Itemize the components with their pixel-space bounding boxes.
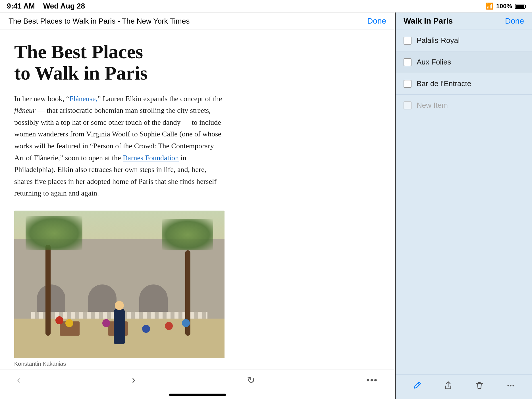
sidebar-title: Walk In Paris <box>404 16 453 26</box>
new-item-checkbox <box>404 101 412 109</box>
home-indicator <box>0 390 395 399</box>
status-indicators: 📶 100% <box>486 3 525 10</box>
barnes-foundation-link[interactable]: Barnes Foundation <box>123 154 179 162</box>
article-content: The Best Places to Walk in Paris In her … <box>0 30 395 369</box>
article-illustration <box>14 211 225 358</box>
checkbox-bar-entracte[interactable] <box>404 80 412 88</box>
svg-point-0 <box>508 385 509 386</box>
article-body-text: In her new book, “Flâneuse,” Lauren Elki… <box>14 93 225 199</box>
trash-icon <box>475 381 484 390</box>
sidebar-list: Palalis-Royal Aux Folies Bar de l’Entrac… <box>396 30 532 374</box>
reload-button[interactable]: ↻ <box>247 374 255 386</box>
battery-percent: 100% <box>496 3 512 10</box>
status-time-date: 9:41 AM Wed Aug 28 <box>7 2 85 11</box>
status-time: 9:41 AM <box>7 2 35 10</box>
svg-point-1 <box>510 385 512 386</box>
flaneuse-link[interactable]: Flâneuse, <box>69 95 97 103</box>
item-label-bar-entracte: Bar de l’Entracte <box>417 79 471 88</box>
status-bar: 9:41 AM Wed Aug 28 📶 100% <box>0 0 532 13</box>
sidebar-done-button[interactable]: Done <box>505 16 524 26</box>
draw-icon <box>412 381 422 390</box>
article-header-title: The Best Places to Walk in Paris - The N… <box>9 17 190 26</box>
checkbox-palais-royal[interactable] <box>404 37 412 45</box>
draw-button[interactable] <box>408 379 426 395</box>
sidebar-footer <box>396 374 532 399</box>
article-footer: ‹ › ↻ ••• <box>0 369 395 390</box>
more-icon <box>506 381 516 390</box>
item-label-aux-folies: Aux Folies <box>417 58 451 66</box>
sidebar-header: Walk In Paris Done <box>396 13 532 30</box>
main-layout: The Best Places to Walk in Paris - The N… <box>0 13 532 399</box>
status-date: Wed Aug 28 <box>43 2 85 10</box>
new-item-label: New Item <box>417 101 448 110</box>
sidebar-pane: Walk In Paris Done Palalis-Royal Aux Fol… <box>396 13 532 399</box>
home-bar <box>169 394 226 396</box>
share-button[interactable] <box>439 379 458 395</box>
new-item-row[interactable]: New Item <box>396 95 532 116</box>
article-title: The Best Places to Walk in Paris <box>14 41 179 84</box>
article-header: The Best Places to Walk in Paris - The N… <box>0 13 395 30</box>
battery-icon <box>515 4 525 9</box>
checkbox-aux-folies[interactable] <box>404 58 412 66</box>
article-done-button[interactable]: Done <box>367 16 386 26</box>
more-button[interactable]: ••• <box>366 375 378 385</box>
image-caption: Konstantin Kakanias <box>14 361 225 367</box>
prev-arrow-button[interactable]: ‹ <box>17 374 20 386</box>
svg-point-2 <box>513 385 514 386</box>
item-label-palais-royal: Palalis-Royal <box>417 36 460 45</box>
share-icon <box>443 381 453 390</box>
article-image-container: Konstantin Kakanias <box>14 211 225 367</box>
sidebar-more-button[interactable] <box>501 379 520 395</box>
article-pane: The Best Places to Walk in Paris - The N… <box>0 13 396 399</box>
wifi-icon: 📶 <box>486 3 493 10</box>
trash-button[interactable] <box>470 379 489 395</box>
next-arrow-button[interactable]: › <box>132 374 135 386</box>
list-item[interactable]: Bar de l’Entracte <box>396 73 532 95</box>
list-item[interactable]: Palalis-Royal <box>396 30 532 51</box>
list-item[interactable]: Aux Folies <box>396 51 532 73</box>
